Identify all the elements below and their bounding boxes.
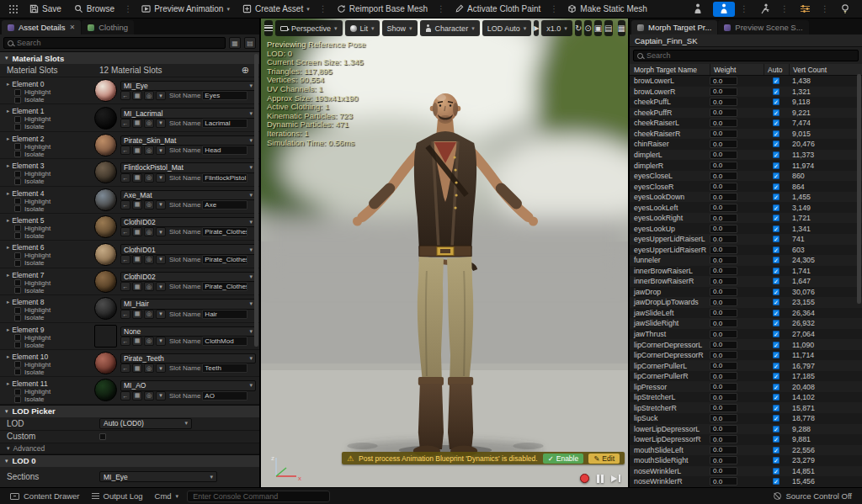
auto-checkbox[interactable]: ✓: [773, 394, 780, 401]
morph-target-row[interactable]: noseWrinklerL 0.0 ✓ 14,851: [630, 466, 862, 477]
use-selected-icon[interactable]: ←: [120, 255, 130, 264]
record-button[interactable]: [580, 474, 589, 483]
morph-target-row[interactable]: lipCornerDepressorL 0.0 ✓ 11,090: [630, 339, 862, 350]
highlight-checkbox[interactable]: [14, 89, 21, 96]
pick-asset-icon[interactable]: ▦: [132, 282, 142, 291]
editor-tools-button[interactable]: [834, 2, 856, 17]
element-label[interactable]: ▸Element 7: [7, 271, 94, 279]
material-dropdown[interactable]: Pirate_Teeth▾: [120, 353, 256, 363]
auto-checkbox[interactable]: ✓: [773, 172, 780, 179]
pick-asset-icon[interactable]: ▦: [132, 200, 142, 210]
material-dropdown[interactable]: MI_Hair▾: [120, 299, 256, 309]
more-options-icon[interactable]: ▾: [156, 282, 166, 291]
material-thumbnail[interactable]: [94, 134, 117, 157]
highlight-checkbox[interactable]: [14, 307, 21, 314]
weight-input[interactable]: 0.0: [710, 183, 737, 191]
weight-input[interactable]: 0.0: [710, 414, 737, 422]
auto-checkbox[interactable]: ✓: [773, 331, 780, 337]
morph-target-row[interactable]: innerBrowRaiserR 0.0 ✓ 1,647: [630, 276, 862, 287]
morph-target-row[interactable]: jawDrop 0.0 ✓ 30,076: [630, 287, 862, 298]
more-options-icon[interactable]: ▾: [156, 173, 166, 183]
turntable-button[interactable]: ↻: [575, 20, 582, 36]
morph-target-row[interactable]: eyesLookUp 0.0 ✓ 1,341: [630, 223, 862, 234]
highlight-checkbox[interactable]: [14, 252, 21, 259]
use-selected-icon[interactable]: ←: [120, 146, 130, 155]
weight-input[interactable]: 0.0: [710, 435, 737, 443]
slot-name-input[interactable]: Lacrimal: [202, 119, 247, 128]
auto-checkbox[interactable]: ✓: [773, 88, 780, 95]
slot-name-input[interactable]: Hair: [202, 310, 247, 319]
view-mode-dropdown[interactable]: Lit ▾: [345, 20, 380, 36]
viewport-menu-button[interactable]: [264, 20, 273, 36]
auto-checkbox[interactable]: ✓: [773, 268, 780, 274]
morph-target-row[interactable]: lipCornerPullerR 0.0 ✓ 17,185: [630, 371, 862, 382]
auto-checkbox[interactable]: ✓: [773, 257, 780, 263]
element-label[interactable]: ▸Element 3: [7, 162, 94, 170]
custom-checkbox[interactable]: [99, 433, 106, 440]
create-asset-button[interactable]: Create Asset ▾: [237, 0, 316, 19]
weight-input[interactable]: 0.0: [710, 193, 737, 201]
focus-button[interactable]: ⊙: [584, 20, 591, 36]
use-selected-icon[interactable]: ←: [120, 363, 130, 373]
material-slots-section-header[interactable]: ▾ Material Slots: [0, 51, 259, 64]
morph-target-row[interactable]: eyesUpperLidRaiserR 0.0 ✓ 603: [630, 245, 862, 256]
left-panel-scrollbar[interactable]: [254, 54, 258, 484]
morph-target-row[interactable]: dimplerL 0.0 ✓ 11,373: [630, 150, 862, 161]
enable-button[interactable]: ✓ Enable: [543, 454, 584, 464]
material-dropdown[interactable]: ClothID01▾: [120, 244, 256, 254]
auto-checkbox[interactable]: ✓: [773, 183, 780, 190]
viewport-layouts-button[interactable]: ▦: [618, 20, 625, 36]
isolate-checkbox[interactable]: [14, 315, 21, 321]
use-selected-icon[interactable]: ←: [120, 337, 130, 346]
auto-checkbox[interactable]: ✓: [773, 278, 780, 284]
weight-input[interactable]: 0.0: [710, 246, 737, 254]
morph-target-row[interactable]: jawSlideLeft 0.0 ✓ 26,364: [630, 308, 862, 319]
source-control-button[interactable]: Source Control Off: [770, 488, 855, 504]
auto-checkbox[interactable]: ✓: [773, 77, 780, 84]
show-dropdown[interactable]: Show ▾: [382, 20, 418, 36]
morph-target-row[interactable]: eyesUpperLidRaiserL 0.0 ✓ 741: [630, 234, 862, 245]
isolate-checkbox[interactable]: [14, 342, 21, 348]
weight-input[interactable]: 0.0: [710, 119, 737, 127]
auto-checkbox[interactable]: ✓: [773, 447, 780, 454]
lod-auto-dropdown[interactable]: LOD Auto ▾: [482, 20, 532, 36]
advanced-expander[interactable]: ▾ Advanced: [0, 443, 259, 454]
more-options-icon[interactable]: ▾: [156, 146, 166, 155]
auto-checkbox[interactable]: ✓: [773, 141, 780, 147]
weight-input[interactable]: 0.0: [710, 267, 737, 275]
auto-checkbox[interactable]: ✓: [773, 109, 780, 116]
morph-target-row[interactable]: browLowerR 0.0 ✓ 1,321: [630, 87, 862, 98]
viewport[interactable]: Perspective ▾ Lit ▾ Show ▾ Character ▾: [261, 19, 628, 487]
auto-checkbox[interactable]: ✓: [773, 299, 780, 305]
morph-target-row[interactable]: mouthSlideLeft 0.0 ✓ 22,556: [630, 445, 862, 456]
material-dropdown[interactable]: ClothID02▾: [120, 217, 256, 227]
pick-asset-icon[interactable]: ▦: [132, 173, 142, 183]
pick-asset-icon[interactable]: ▦: [132, 337, 142, 346]
morph-target-row[interactable]: funneler 0.0 ✓ 24,305: [630, 255, 862, 266]
playback-speed-dropdown[interactable]: x1.0 ▾: [541, 20, 572, 36]
play-button[interactable]: ▶: [534, 20, 539, 36]
lod-dropdown[interactable]: Auto (LOD0) ▾: [99, 418, 192, 429]
weight-input[interactable]: 0.0: [710, 446, 737, 454]
browse-to-asset-icon[interactable]: ◎: [144, 200, 154, 210]
weight-input[interactable]: 0.0: [710, 162, 737, 170]
auto-checkbox[interactable]: ✓: [773, 342, 780, 348]
reimport-base-mesh-button[interactable]: Reimport Base Mesh: [331, 0, 434, 19]
browse-to-asset-icon[interactable]: ◎: [144, 310, 154, 319]
highlight-checkbox[interactable]: [14, 389, 21, 395]
more-options-icon[interactable]: ▾: [156, 391, 166, 401]
cmd-dropdown[interactable]: Cmd ▾: [152, 488, 183, 504]
slot-name-input[interactable]: AO: [202, 391, 247, 401]
element-label[interactable]: ▸Element 4: [7, 189, 94, 198]
morph-target-row[interactable]: lipStretcherL 0.0 ✓ 14,102: [630, 392, 862, 403]
weight-input[interactable]: 0.0: [710, 109, 737, 117]
more-options-icon[interactable]: ▾: [156, 119, 166, 128]
browse-to-asset-icon[interactable]: ◎: [144, 119, 154, 128]
weight-input[interactable]: 0.0: [710, 372, 737, 380]
activate-cloth-paint-button[interactable]: Activate Cloth Paint: [449, 0, 546, 19]
make-static-mesh-button[interactable]: Make Static Mesh: [561, 0, 652, 19]
auto-checkbox[interactable]: ✓: [773, 247, 780, 253]
isolate-checkbox[interactable]: [14, 151, 21, 157]
morph-target-row[interactable]: eyesLookDown 0.0 ✓ 1,455: [630, 192, 862, 203]
pick-asset-icon[interactable]: ▦: [132, 363, 142, 373]
